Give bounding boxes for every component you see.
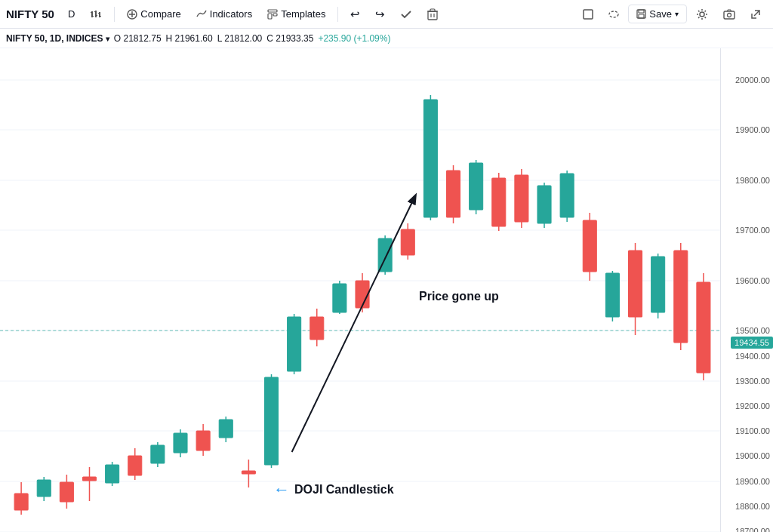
svg-rect-97 (651, 257, 665, 312)
svg-point-25 (700, 12, 704, 17)
checkmark-icon (400, 8, 412, 20)
indicators-button[interactable]: Indicators (190, 5, 258, 23)
save-icon (636, 9, 646, 19)
templates-label: Templates (281, 8, 325, 20)
price-19100: 19100.00 (735, 426, 770, 435)
price-19800: 19800.00 (735, 176, 770, 185)
svg-rect-20 (584, 10, 593, 19)
export-button[interactable] (744, 6, 767, 23)
main-toolbar: NIFTY 50 D Compare Indicators Templates … (0, 0, 773, 29)
save-label: Save (649, 8, 672, 20)
svg-rect-12 (268, 10, 277, 12)
svg-rect-93 (605, 273, 619, 317)
svg-rect-75 (401, 229, 414, 255)
svg-rect-2 (92, 16, 94, 17)
svg-rect-99 (674, 251, 688, 343)
price-19900: 19900.00 (735, 125, 770, 134)
price-19600: 19600.00 (735, 276, 770, 285)
svg-rect-57 (196, 431, 210, 451)
price-annotation: Price gone up (419, 290, 499, 303)
svg-rect-77 (423, 100, 437, 217)
svg-rect-85 (515, 175, 528, 222)
svg-rect-14 (273, 14, 277, 16)
price-19000: 19000.00 (735, 451, 770, 460)
price-18700: 18700.00 (735, 527, 770, 532)
price-axis: 20000.00 19900.00 19800.00 19700.00 1960… (720, 48, 773, 532)
info-high: H 21961.60 (166, 33, 213, 44)
svg-rect-91 (583, 220, 596, 272)
doji-text: DOJI Candlestick (294, 483, 394, 497)
svg-rect-81 (470, 163, 483, 210)
info-low: L 21812.00 (217, 33, 263, 44)
info-close: C 21933.35 (266, 33, 313, 44)
save-chevron: ▾ (675, 10, 679, 18)
svg-rect-69 (333, 284, 346, 312)
price-19300: 19300.00 (735, 377, 770, 386)
lasso-icon (608, 9, 619, 20)
svg-rect-24 (639, 14, 644, 18)
svg-rect-53 (151, 445, 165, 463)
svg-point-27 (728, 13, 731, 17)
svg-rect-55 (174, 433, 187, 453)
svg-rect-13 (268, 14, 272, 19)
svg-rect-89 (560, 174, 574, 217)
svg-rect-47 (82, 477, 96, 481)
timeframe-label: D (68, 8, 75, 20)
chart-container: .grid-line { stroke: #f0f3fa; stroke-wid… (0, 48, 773, 532)
svg-rect-45 (60, 482, 73, 502)
undo-button[interactable]: ↩ (344, 5, 366, 24)
indicators-icon (196, 9, 207, 20)
svg-rect-26 (724, 11, 735, 19)
info-change: +235.90 (+1.09%) (318, 33, 390, 44)
svg-rect-4 (94, 11, 96, 12)
svg-point-21 (609, 11, 618, 17)
chart-svg: .grid-line { stroke: #f0f3fa; stroke-wid… (0, 48, 720, 532)
doji-label: ← DOJI Candlestick (273, 480, 394, 500)
compare-label: Compare (140, 8, 180, 20)
svg-rect-101 (697, 282, 710, 373)
svg-rect-7 (98, 13, 100, 14)
svg-rect-63 (264, 377, 278, 465)
price-18800: 18800.00 (735, 502, 770, 511)
svg-rect-95 (628, 251, 642, 317)
price-19200: 19200.00 (735, 401, 770, 411)
info-dropdown-arrow[interactable]: ▾ (106, 35, 109, 43)
svg-line-28 (754, 11, 759, 16)
redo-button[interactable]: ↪ (369, 5, 391, 24)
settings-button[interactable] (690, 5, 714, 23)
svg-rect-49 (106, 465, 119, 483)
undo-icon: ↩ (350, 8, 360, 21)
compare-button[interactable]: Compare (121, 5, 186, 23)
separator-1 (114, 7, 115, 22)
svg-rect-51 (128, 456, 142, 475)
checkmark-button[interactable] (394, 5, 418, 23)
chart-main[interactable]: .grid-line { stroke: #f0f3fa; stroke-wid… (0, 48, 720, 532)
price-current: 19434.55 (731, 337, 773, 349)
timeframe-button[interactable]: D (62, 5, 81, 23)
save-button[interactable]: Save ▾ (628, 5, 687, 23)
bar-type-button[interactable] (84, 5, 108, 23)
trash-button[interactable] (421, 5, 444, 23)
svg-rect-67 (310, 317, 324, 340)
redo-icon: ↪ (375, 8, 385, 21)
svg-rect-19 (430, 9, 435, 11)
symbol-label: NIFTY 50 (6, 8, 54, 20)
camera-button[interactable] (717, 6, 741, 23)
info-symbol: NIFTY 50, 1D, INDICES ▾ (6, 33, 109, 44)
svg-rect-87 (537, 186, 551, 223)
templates-button[interactable]: Templates (261, 5, 331, 23)
trash-icon (427, 8, 438, 20)
templates-icon (267, 9, 278, 20)
info-open: O 21812.75 (114, 33, 162, 44)
separator-2 (337, 7, 338, 22)
compare-icon (127, 9, 137, 20)
price-18900: 18900.00 (735, 477, 770, 486)
camera-icon (723, 9, 735, 20)
lasso-button[interactable] (602, 6, 625, 23)
svg-rect-65 (288, 317, 301, 371)
rectangle-button[interactable] (577, 6, 599, 23)
price-19400: 19400.00 (735, 352, 770, 361)
indicators-label: Indicators (210, 8, 252, 20)
rectangle-icon (583, 9, 593, 20)
toolbar-right: Save ▾ (577, 5, 767, 23)
